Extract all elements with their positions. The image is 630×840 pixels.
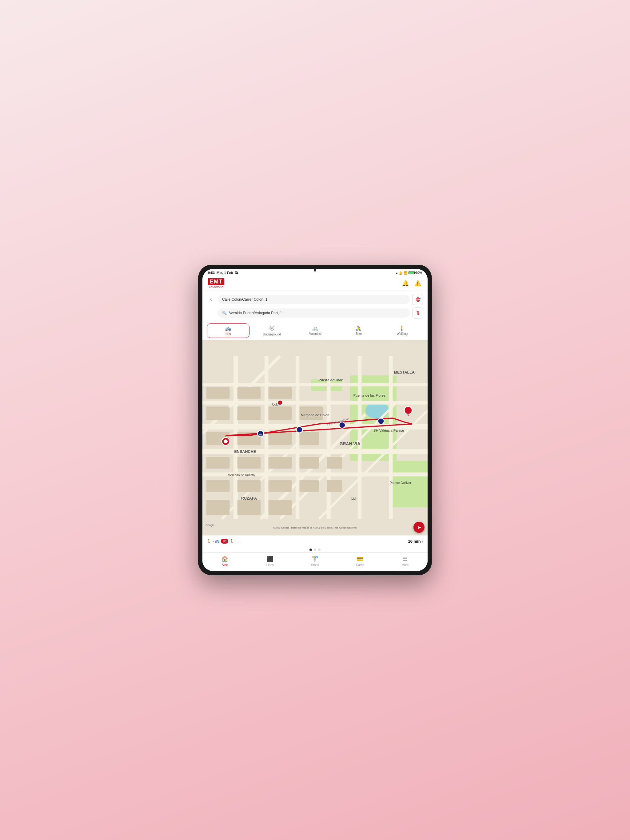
- svg-rect-38: [237, 480, 261, 492]
- svg-rect-15: [389, 356, 393, 519]
- emt-logo: EMT VALÈNCIA: [208, 278, 224, 288]
- swap-directions-button[interactable]: ⇅: [412, 308, 423, 319]
- dot-1: [309, 548, 312, 551]
- svg-rect-40: [300, 480, 319, 492]
- nav-stops[interactable]: 🚏 Stops: [293, 554, 337, 568]
- tab-walking[interactable]: 🚶 Walking: [381, 324, 423, 338]
- origin-text: Calle Colon/Carrer Colón, 1: [222, 297, 268, 302]
- dot-3: [318, 548, 321, 551]
- bus-tab-icon: 🚌: [225, 325, 231, 332]
- bluetooth-icon: ⁎: [396, 271, 397, 275]
- gps-location-button[interactable]: 🎯: [412, 294, 423, 305]
- svg-text:MESTALLA: MESTALLA: [394, 370, 415, 374]
- bus-step-icon: 🚌: [215, 539, 220, 543]
- warning-button[interactable]: ⚠️: [413, 279, 422, 287]
- status-time: 9:53: [208, 271, 215, 275]
- svg-text:Mercado de Colón: Mercado de Colón: [301, 413, 329, 417]
- map-copyright: ©2023 Google · Datos de mapas de ©2023 d…: [203, 526, 427, 529]
- nav-start[interactable]: 🏠 Start: [203, 554, 247, 568]
- route-steps: 🚶 › 🚌 93 🚶 · · ·: [207, 539, 241, 543]
- walk-start-icon: 🚶: [207, 539, 211, 543]
- svg-text:Parque Gulliver: Parque Gulliver: [390, 481, 411, 485]
- destination-input[interactable]: 🔍 Avenida Puerto/Avinguda Port, 1: [218, 308, 410, 317]
- svg-rect-24: [206, 406, 230, 420]
- valenbisi-tab-label: Valenbisi: [309, 332, 321, 335]
- svg-rect-44: [269, 500, 292, 515]
- svg-text:Puente de las Flores: Puente de las Flores: [353, 393, 385, 397]
- tab-bike[interactable]: 🚴 Bike: [338, 324, 380, 338]
- svg-point-52: [404, 406, 412, 414]
- more-nav-label: More: [401, 563, 408, 567]
- svg-rect-31: [300, 432, 319, 445]
- destination-text: Avenida Puerto/Avinguda Port, 1: [229, 311, 282, 315]
- origin-row: ‹ Calle Colon/Carrer Colón, 1 🎯: [207, 294, 423, 305]
- map-area[interactable]: 🚌 Puerta del Mar Puente de las Flores ME…: [203, 340, 427, 535]
- back-button[interactable]: ‹: [207, 295, 215, 304]
- battery-percent: 99%: [416, 271, 422, 275]
- underground-tab-label: Underground: [263, 333, 281, 336]
- walking-tab-label: Walking: [397, 332, 408, 335]
- walking-tab-icon: 🚶: [399, 325, 405, 331]
- emt-logo-text: EMT: [208, 278, 224, 285]
- route-info-bar[interactable]: 🚶 › 🚌 93 🚶 · · · 16 min ›: [203, 535, 427, 547]
- svg-point-54: [224, 439, 228, 444]
- duration-arrow: ›: [422, 539, 423, 543]
- nav-more[interactable]: ☰ More: [383, 554, 427, 568]
- walk-end-icon: 🚶: [230, 539, 234, 543]
- svg-rect-25: [237, 406, 261, 420]
- svg-rect-43: [237, 500, 261, 515]
- svg-rect-32: [206, 457, 230, 469]
- svg-rect-21: [206, 387, 230, 399]
- svg-rect-22: [237, 387, 261, 399]
- svg-rect-12: [296, 356, 300, 519]
- svg-rect-42: [206, 500, 230, 515]
- svg-rect-26: [269, 406, 292, 420]
- svg-rect-23: [269, 387, 292, 399]
- my-location-fab[interactable]: ➤: [413, 522, 424, 533]
- svg-text:RUZAFA: RUZAFA: [241, 496, 257, 501]
- alarm-icon: 🔔: [399, 271, 402, 275]
- svg-rect-35: [300, 457, 319, 469]
- origin-input[interactable]: Calle Colon/Carrer Colón, 1: [218, 295, 410, 304]
- nav-lines[interactable]: ⬛ Lines: [247, 554, 292, 568]
- start-nav-label: Start: [222, 563, 228, 567]
- battery-indicator: [408, 271, 415, 274]
- svg-point-67: [278, 400, 282, 405]
- tab-valenbisi[interactable]: 🚲 Valenbisi: [294, 324, 336, 338]
- map-svg: 🚌 Puerta del Mar Puente de las Flores ME…: [203, 340, 427, 535]
- bottom-navigation: 🏠 Start ⬛ Lines 🚏 Stops 💳 Cards ☰ More: [203, 552, 427, 571]
- tablet-screen: 9:53 Mie, 1 Feb 🌤 ⁎ 🔔 📶 99% EMT VALÈNCIA: [203, 269, 427, 571]
- pagination-dots: [203, 547, 427, 552]
- underground-tab-icon: Ⓜ: [269, 325, 274, 332]
- transport-tabs: 🚌 Bus Ⓜ Underground 🚲 Valenbisi 🚴 Bike 🚶…: [203, 322, 427, 340]
- svg-text:Puerta del Mar: Puerta del Mar: [318, 378, 343, 382]
- step-arrow: ›: [212, 539, 214, 543]
- svg-rect-39: [269, 480, 292, 492]
- tab-underground[interactable]: Ⓜ Underground: [251, 324, 293, 338]
- svg-text:SH Valencia Palace: SH Valencia Palace: [374, 429, 404, 432]
- stops-nav-label: Stops: [311, 563, 319, 567]
- duration-text: 16 min: [408, 539, 421, 543]
- search-icon: 🔍: [222, 311, 227, 315]
- tab-bus[interactable]: 🚌 Bus: [207, 324, 250, 338]
- stops-nav-icon: 🚏: [312, 556, 318, 562]
- svg-rect-41: [327, 480, 342, 492]
- nav-cards[interactable]: 💳 Cards: [337, 554, 382, 568]
- svg-point-50: [378, 418, 384, 424]
- svg-rect-36: [327, 457, 342, 469]
- start-nav-icon: 🏠: [222, 556, 228, 562]
- svg-text:GRAN VIA: GRAN VIA: [340, 441, 361, 446]
- cards-nav-label: Cards: [356, 563, 364, 567]
- more-nav-icon: ☰: [403, 556, 408, 562]
- bike-tab-label: Bike: [356, 332, 361, 335]
- svg-rect-33: [237, 457, 261, 469]
- notification-bell-button[interactable]: 🔔: [401, 279, 410, 287]
- svg-text:ENSANCHE: ENSANCHE: [234, 450, 256, 454]
- svg-point-48: [296, 427, 302, 433]
- app-header: EMT VALÈNCIA 🔔 ⚠️: [203, 276, 427, 291]
- bus-line-badge: 93: [221, 539, 228, 543]
- search-area: ‹ Calle Colon/Carrer Colón, 1 🎯 🔍 Avenid…: [203, 291, 427, 322]
- bike-tab-icon: 🚴: [356, 325, 362, 331]
- svg-text:Mercado de Ruzafa: Mercado de Ruzafa: [228, 474, 255, 477]
- status-right: ⁎ 🔔 📶 99%: [396, 271, 422, 275]
